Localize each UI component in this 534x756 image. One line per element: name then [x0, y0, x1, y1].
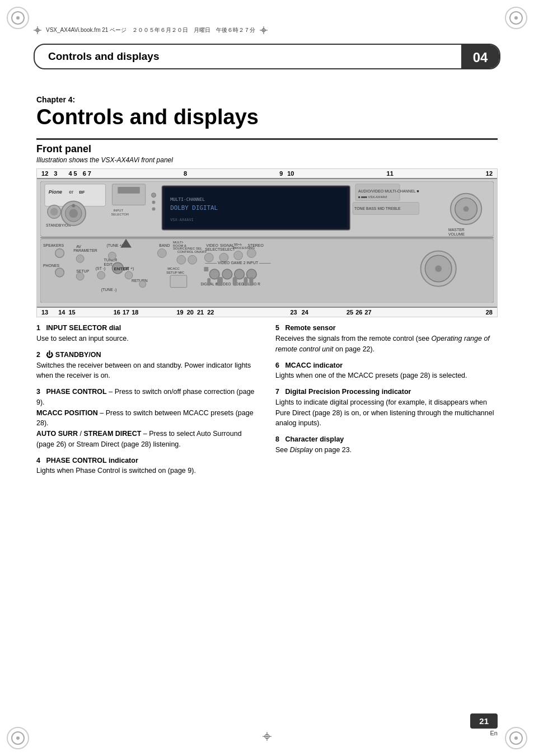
bnum-27: 27	[365, 309, 372, 316]
svg-rect-15	[118, 187, 140, 194]
bnum-23: 23	[291, 309, 297, 316]
bnum-28: 28	[486, 309, 493, 316]
svg-text:TONE  BASS  MID  TREBLE: TONE BASS MID TREBLE	[354, 206, 401, 210]
svg-point-48	[76, 255, 84, 262]
chapter-label: Chapter 4:	[36, 95, 498, 104]
svg-text:MULTI-CHANNEL: MULTI-CHANNEL	[170, 197, 205, 202]
svg-point-82	[247, 249, 256, 258]
desc-1-number: 1	[36, 324, 40, 332]
num-11: 11	[387, 170, 394, 177]
num-12: 12	[486, 170, 493, 177]
svg-point-70	[177, 255, 186, 264]
desc-3-content: 3 PHASE CONTROL – Press to switch on/off…	[36, 387, 259, 450]
desc-3-streamdirect-label: STREAM DIRECT	[84, 430, 142, 438]
svg-point-65	[157, 249, 166, 258]
svg-point-29	[152, 207, 156, 210]
bnum-19: 19	[177, 309, 184, 316]
file-info: VSX_AX4AVi.book.fm 21 ページ ２００５年６月２０日 月曜日…	[34, 26, 268, 34]
svg-text:DOLBY DIGITAL: DOLBY DIGITAL	[170, 204, 218, 212]
page-main-title: Controls and displays	[36, 105, 498, 129]
svg-rect-87	[204, 267, 208, 271]
corner-decoration-br	[505, 727, 527, 749]
desc-item-5: 5 Remote sensor Receives the signals fro…	[275, 323, 498, 354]
panel-svg: Pione er BF STANDBY/ON INPUT SELECTOR	[40, 181, 494, 303]
svg-point-21	[69, 209, 78, 218]
desc-5-body: Receives the signals from the remote con…	[275, 335, 432, 342]
num-8: 8	[184, 170, 187, 177]
bnum-15: 15	[69, 309, 76, 316]
desc-item-8: 8 Character display See Display on page …	[275, 434, 498, 456]
chapter-number-badge: 04	[461, 44, 499, 69]
bottom-number-row: 13 14 15 16 17 18 19 20 21 22 23 24 25 2…	[37, 308, 497, 317]
svg-text:er: er	[69, 189, 73, 195]
svg-text:(TUNE -): (TUNE -)	[101, 288, 117, 292]
chapter-header-bar: Controls and displays 04	[34, 44, 500, 69]
desc-item-3: 3 PHASE CONTROL – Press to switch on/off…	[36, 387, 259, 450]
desc-8-italic: Display	[290, 446, 313, 454]
bnum-13: 13	[41, 309, 48, 316]
desc-item-6: 6 MCACC indicator Lights when one of the…	[275, 360, 498, 382]
desc-3-autosurr-label: AUTO SURR	[36, 430, 78, 438]
desc-8-content: 8 Character display See Display on page …	[275, 434, 498, 456]
svg-point-89	[222, 269, 232, 279]
bnum-21: 21	[197, 309, 204, 316]
svg-text:SELECTOR: SELECTOR	[111, 213, 129, 216]
svg-point-80	[234, 251, 243, 260]
svg-text:STEREO: STEREO	[247, 243, 264, 247]
panel-diagram: 1 2 3 4 5 6 7 8 9 10 11 12 Pione er	[36, 168, 498, 317]
svg-point-50	[76, 273, 84, 280]
svg-point-62	[139, 281, 146, 288]
desc-6-content: 6 MCACC indicator Lights when one of the…	[275, 360, 498, 382]
desc-5-number: 5	[275, 324, 279, 332]
desc-6-number: 6	[275, 361, 279, 369]
svg-text:INPUT: INPUT	[113, 209, 123, 212]
desc-5-body2: on page 22).	[335, 345, 374, 353]
desc-item-4: 4 PHASE CONTROL indicator Lights when Ph…	[36, 456, 259, 477]
num-6-7: 6 7	[83, 170, 91, 177]
desc-item-2: 2 ⏻ STANDBY/ON Switches the receiver bet…	[36, 350, 259, 381]
svg-text:VIDEO: VIDEO	[206, 243, 218, 247]
svg-text:■ ■■■  VSX-AX4AVI: ■ ■■■ VSX-AX4AVI	[358, 195, 387, 199]
desc-1-title: INPUT SELECTOR dial	[42, 324, 121, 332]
svg-point-12	[50, 208, 58, 215]
chapter-header-title: Controls and displays	[48, 50, 159, 63]
bottom-center-mark	[263, 732, 271, 743]
svg-text:PARAMETER: PARAMETER	[73, 248, 97, 252]
num-10: 10	[287, 170, 294, 177]
desc-3-number: 3	[36, 388, 40, 396]
desc-4-body: Lights when Phase Control is switched on…	[36, 467, 196, 475]
section-title: Front panel	[36, 143, 498, 155]
desc-8-body1: See	[275, 446, 290, 454]
num-9: 9	[279, 170, 283, 177]
desc-8-number: 8	[275, 435, 279, 443]
svg-text:SETUP MIC: SETUP MIC	[166, 271, 185, 274]
svg-point-43	[55, 249, 64, 258]
svg-text:AV: AV	[76, 245, 81, 248]
svg-text:(TUNE +): (TUNE +)	[107, 243, 123, 248]
svg-rect-100	[249, 277, 253, 286]
svg-text:VOLUME: VOLUME	[448, 232, 465, 236]
desc-7-body: Lights to indicate digital processing (f…	[275, 398, 494, 428]
desc-8-title: Character display	[281, 435, 344, 443]
svg-text:——— VIDEO GAME 2 INPUT ———: ——— VIDEO GAME 2 INPUT ———	[205, 261, 270, 265]
bnum-20: 20	[187, 309, 194, 316]
file-info-text: VSX_AX4AVi.book.fm 21 ページ ２００５年６月２０日 月曜日…	[46, 26, 255, 34]
desc-7-content: 7 Digital Precision Processing indicator…	[275, 387, 498, 429]
svg-point-56	[97, 271, 105, 279]
svg-text:SPEAKERS: SPEAKERS	[43, 243, 64, 247]
svg-point-58	[125, 271, 133, 279]
desc-4-title: PHASE CONTROL indicator	[42, 457, 138, 464]
desc-6-title: MCACC indicator	[281, 361, 343, 369]
svg-text:Pione: Pione	[49, 189, 62, 195]
crosshair-left	[34, 26, 41, 34]
svg-text:SETUP: SETUP	[76, 269, 89, 273]
svg-rect-98	[233, 277, 237, 286]
page-footer: 21 En	[470, 713, 498, 736]
svg-text:CONTROL ON/OFF: CONTROL ON/OFF	[177, 250, 207, 253]
section-subtitle: Illustration shows the VSX-AX4AVi front …	[36, 156, 498, 164]
desc-7-number: 7	[275, 388, 279, 396]
svg-point-103	[435, 265, 442, 272]
section-divider	[36, 138, 498, 140]
num-3: 3	[54, 170, 57, 177]
num-4-5: 4 5	[68, 170, 77, 177]
